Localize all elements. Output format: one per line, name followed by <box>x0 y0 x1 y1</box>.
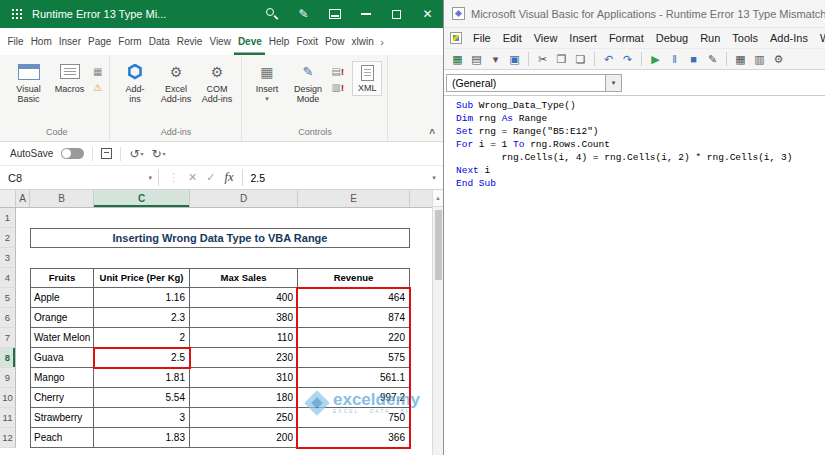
run-icon[interactable]: ▶ <box>648 51 663 67</box>
cell-D9[interactable]: 310 <box>190 368 298 388</box>
cell-A1[interactable] <box>16 208 30 228</box>
cell-C11[interactable]: 3 <box>94 408 190 428</box>
row-header-3[interactable]: 3 <box>0 248 16 268</box>
cell-D11[interactable]: 250 <box>190 408 298 428</box>
cell-C6[interactable]: 2.3 <box>94 308 190 328</box>
row-header-7[interactable]: 7 <box>0 328 16 348</box>
row-header-8[interactable]: 8 <box>0 348 16 368</box>
cell-A6[interactable] <box>16 308 30 328</box>
tab-page[interactable]: Page <box>84 28 114 55</box>
macros-button[interactable]: Macros <box>50 61 89 94</box>
header-cell-C4[interactable]: Unit Price (Per Kg) <box>94 268 190 288</box>
tab-deve[interactable]: Deve <box>234 28 265 55</box>
header-cell-D4[interactable]: Max Sales <box>190 268 298 288</box>
dropdown-icon[interactable]: ▾ <box>488 51 503 67</box>
scroll-up-icon[interactable]: ▲ <box>433 190 443 207</box>
code-line-3[interactable]: Set rng = Range("B5:E12") <box>456 125 825 138</box>
insert-userform-icon[interactable]: ▤ <box>469 51 484 67</box>
cell-A4[interactable] <box>16 268 30 288</box>
toolbox-icon[interactable]: ⚙ <box>771 51 786 67</box>
menu-wi[interactable]: Wi <box>814 30 825 46</box>
cell-D12[interactable]: 200 <box>190 428 298 448</box>
com-add-ins-button[interactable]: ⚙ COM Add-ins <box>197 61 236 104</box>
tab-hom[interactable]: Hom <box>27 28 55 55</box>
cell-E8[interactable]: 575 <box>298 348 410 368</box>
cell-E9[interactable]: 561.1 <box>298 368 410 388</box>
row-header-6[interactable]: 6 <box>0 308 16 328</box>
cell-B11[interactable]: Strawberry <box>30 408 94 428</box>
cell-A9[interactable] <box>16 368 30 388</box>
excel-add-ins-button[interactable]: ⚙ Excel Add-ins <box>156 61 195 104</box>
column-header-E[interactable]: E <box>298 190 410 207</box>
close-button[interactable]: ✕ <box>412 0 443 28</box>
tab-data[interactable]: Data <box>145 28 173 55</box>
menu-add-ins[interactable]: Add-Ins <box>764 30 814 46</box>
collapse-ribbon-icon[interactable]: ^ <box>429 128 435 139</box>
paste-icon[interactable]: ❏ <box>573 51 588 67</box>
cell-C7[interactable]: 2 <box>94 328 190 348</box>
tab-foxit[interactable]: Foxit <box>293 28 322 55</box>
cell-C5[interactable]: 1.16 <box>94 288 190 308</box>
insert-function-icon[interactable]: fx <box>224 170 233 185</box>
tab-view[interactable]: View <box>206 28 235 55</box>
redo-icon[interactable]: ↷ <box>620 51 635 67</box>
code-line-6[interactable]: Next i <box>456 164 825 177</box>
row-header-1[interactable]: 1 <box>0 208 16 228</box>
insert-control-button[interactable]: ▦ Insert ▾ <box>247 61 286 102</box>
cell-B10[interactable]: Cherry <box>30 388 94 408</box>
add-ins-button[interactable]: Add- ins <box>115 61 154 104</box>
design-mode-button[interactable]: ✎ Design Mode <box>288 61 327 104</box>
column-header-A[interactable]: A <box>16 190 30 207</box>
pencil-icon[interactable]: ✎ <box>288 0 319 28</box>
cell-B7[interactable]: Water Melon <box>30 328 94 348</box>
cell-B9[interactable]: Mango <box>30 368 94 388</box>
autosave-toggle[interactable] <box>61 148 84 159</box>
tab-revie[interactable]: Revie <box>173 28 206 55</box>
menu-debug[interactable]: Debug <box>650 30 694 46</box>
tabs-overflow-icon[interactable]: › <box>377 28 387 55</box>
row-header-5[interactable]: 5 <box>0 288 16 308</box>
menu-file[interactable]: File <box>467 30 497 46</box>
menu-insert[interactable]: Insert <box>563 30 603 46</box>
cell-B8[interactable]: Guava <box>30 348 94 368</box>
cell-A5[interactable] <box>16 288 30 308</box>
row-header-2[interactable]: 2 <box>0 228 16 248</box>
name-box[interactable]: C8 ▾ <box>0 166 158 189</box>
design-mode-icon[interactable]: ✎ <box>705 51 720 67</box>
break-icon[interactable]: ‖ <box>667 51 682 67</box>
code-line-4[interactable]: For i = 1 To rng.Rows.Count <box>456 138 825 151</box>
undo-icon[interactable]: ↶ <box>601 51 616 67</box>
tab-form[interactable]: Form <box>115 28 145 55</box>
save-icon[interactable]: ▣ <box>507 51 522 67</box>
cell-A2[interactable] <box>16 228 30 248</box>
reset-icon[interactable]: ■ <box>686 51 701 67</box>
cell-A10[interactable] <box>16 388 30 408</box>
header-cell-E4[interactable]: Revenue <box>298 268 410 288</box>
code-line-2[interactable]: Dim rng As Range <box>456 112 825 125</box>
code-line-5[interactable]: rng.Cells(i, 4) = rng.Cells(i, 2) * rng.… <box>456 151 825 164</box>
cell-D8[interactable]: 230 <box>190 348 298 368</box>
vertical-scrollbar[interactable]: ▲ <box>432 190 443 455</box>
cell-C12[interactable]: 1.83 <box>94 428 190 448</box>
name-box-dropdown-icon[interactable]: ▾ <box>148 174 152 182</box>
properties-icon[interactable]: ▥ <box>752 51 767 67</box>
row-header-4[interactable]: 4 <box>0 268 16 288</box>
cell-E7[interactable]: 220 <box>298 328 410 348</box>
menu-view[interactable]: View <box>528 30 564 46</box>
row-header-11[interactable]: 11 <box>0 408 16 428</box>
cell-E5[interactable]: 464 <box>298 288 410 308</box>
cell-D7[interactable]: 110 <box>190 328 298 348</box>
enter-icon[interactable]: ✓ <box>206 171 215 184</box>
formula-bar-expand-icon[interactable]: ▾ <box>425 166 443 189</box>
tab-pow[interactable]: Pow <box>322 28 348 55</box>
cell-B12[interactable]: Peach <box>30 428 94 448</box>
cell-B5[interactable]: Apple <box>30 288 94 308</box>
column-header-D[interactable]: D <box>190 190 298 207</box>
code-line-7[interactable]: End Sub <box>456 177 825 190</box>
menu-edit[interactable]: Edit <box>497 30 528 46</box>
cell-A8[interactable] <box>16 348 30 368</box>
cancel-icon[interactable]: ✕ <box>188 171 197 184</box>
tab-xlwin[interactable]: xlwin <box>348 28 377 55</box>
column-header-C[interactable]: C <box>94 190 190 207</box>
cell-D6[interactable]: 380 <box>190 308 298 328</box>
